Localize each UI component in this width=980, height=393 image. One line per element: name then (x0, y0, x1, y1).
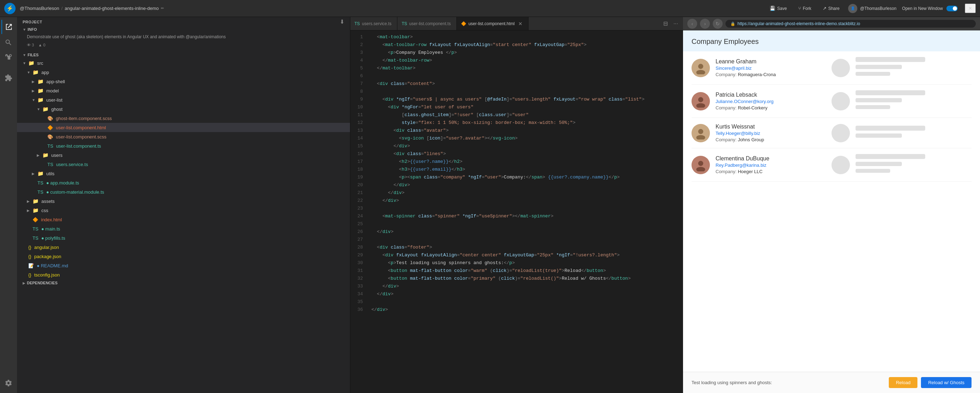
main-ts-label: ● main.ts (41, 226, 60, 232)
reload-ghosts-button[interactable]: Reload w/ Ghosts (921, 377, 972, 388)
info-header[interactable]: ▼ INFO (22, 27, 344, 32)
tree-app-shell[interactable]: ▶ 📁 app-shell (17, 77, 350, 86)
tree-css[interactable]: ▶ 📁 css (17, 206, 350, 215)
user-list: Leanne Graham Sincere@april.biz Company:… (683, 51, 980, 182)
refresh-button[interactable]: ↻ (713, 19, 722, 29)
tab-bar: TS users.service.ts TS user-list.compone… (350, 17, 683, 30)
user-email-0: Sincere@april.biz (716, 66, 832, 71)
tree-index-html[interactable]: ▶ 🔶 index.html (17, 215, 350, 224)
tree-src[interactable]: ▼ 📁 src (17, 58, 350, 68)
code-line-33: </div> (372, 283, 683, 290)
tree-app[interactable]: ▼ 📁 app (17, 68, 350, 77)
tree-ghost[interactable]: ▼ 📁 ghost (17, 104, 350, 113)
code-line-30: <p>Test loading using spinners and ghost… (372, 259, 683, 267)
ghost-lines-1 (856, 90, 972, 112)
tree-ghost-item-scss[interactable]: ▶ 🎨 ghost-item.component.scss (17, 113, 350, 123)
split-editor-button[interactable]: ⊟ (661, 19, 670, 28)
ts-icon: TS (32, 226, 38, 232)
close-button[interactable]: ✕ (965, 3, 976, 13)
tree-utils[interactable]: ▶ 📁 utils (17, 169, 350, 178)
code-line-16: <div class="lines"> (372, 150, 683, 158)
code-line-4: </mat-toolbar-row> (372, 57, 683, 64)
user-list-ts-label: user-list.component.ts (56, 144, 101, 149)
more-actions-button[interactable]: ··· (671, 20, 680, 28)
info-description: Demonstrate use of ghost (aka skeleton) … (27, 34, 344, 40)
code-line-29: <div fxLayout fxLayoutAlign="center cent… (372, 251, 683, 259)
arrow-icon: ▶ (32, 172, 36, 176)
tree-user-list-html[interactable]: ▶ 🔶 user-list.component.html (17, 123, 350, 132)
ghost-lines-2 (856, 126, 972, 141)
dependencies-section: ▶ DEPENDENCIES (17, 280, 350, 286)
html-icon: 🔶 (32, 217, 38, 222)
tab-users-service-label: users.service.ts (362, 21, 391, 26)
tree-model[interactable]: ▶ 📁 model (17, 86, 350, 95)
editor-area: TS users.service.ts TS user-list.compone… (350, 17, 683, 393)
folder-icon: 📁 (32, 69, 38, 75)
forward-button[interactable]: › (700, 19, 710, 29)
folder-icon: 📁 (32, 208, 38, 213)
search-icon-btn[interactable] (2, 35, 16, 50)
tree-user-list-ts[interactable]: ▶ TS user-list.component.ts (17, 141, 350, 150)
ghost-lines-3 (856, 154, 972, 176)
code-line-21: </div> (372, 189, 683, 197)
code-line-26: </div> (372, 228, 683, 236)
tree-polyfills[interactable]: ▶ TS ● polyfills.ts (17, 233, 350, 243)
readme-label: ● README.md (37, 263, 68, 268)
ghost-line-wide-3 (856, 154, 925, 159)
tab-close-icon[interactable]: ✕ (518, 21, 522, 27)
arrow-icon: ▼ (27, 70, 31, 74)
settings-icon-btn[interactable] (2, 376, 16, 390)
extensions-icon-btn[interactable] (2, 71, 16, 85)
share-button[interactable]: ↗ Share (820, 4, 843, 13)
user-name-1: Patricia Lebsack (716, 92, 832, 98)
user-item-0: Leanne Graham Sincere@april.biz Company:… (692, 51, 832, 85)
back-button[interactable]: ‹ (687, 19, 697, 29)
tab-user-list-html[interactable]: 🔶 user-list.component.html ✕ (457, 17, 528, 30)
folder-icon: 📁 (38, 88, 43, 93)
tab-user-list-ts[interactable]: TS user-list.component.ts (398, 17, 457, 30)
tree-user-list[interactable]: ▼ 📁 user-list (17, 95, 350, 104)
source-control-icon-btn[interactable] (2, 51, 16, 65)
edit-icon[interactable]: ✏ (161, 6, 164, 11)
code-line-10: <div *ngFor="let user of users" (372, 103, 683, 111)
open-new-window-section: Open in New Window (902, 6, 959, 11)
user-item-1: Patricia Lebsack Julianne.OConner@kory.o… (692, 85, 832, 118)
footer-actions: Reload Reload w/ Ghosts (889, 377, 972, 388)
fork-button[interactable]: ⑂ Fork (795, 4, 814, 13)
code-line-36: </div> (372, 306, 683, 314)
files-header[interactable]: ▼ FILES (17, 51, 350, 58)
folder-icon: 📁 (43, 106, 48, 112)
tree-readme[interactable]: ▶ 📝 ● README.md (17, 261, 350, 270)
tree-users-service[interactable]: ▶ TS users.service.ts (17, 160, 350, 169)
tree-users[interactable]: ▶ 📁 users (17, 150, 350, 160)
address-bar[interactable]: 🔒 https://angular-animated-ghost-element… (725, 20, 976, 28)
tree-user-list-scss[interactable]: ▶ 🎨 user-list.component.scss (17, 132, 350, 141)
dependencies-header[interactable]: ▶ DEPENDENCIES (22, 281, 344, 285)
code-editor[interactable]: 12345 678910 1112131415 1617181920 21222… (350, 30, 683, 393)
tree-tsconfig[interactable]: ▶ {} tsconfig.json (17, 270, 350, 280)
app-module-label: ● app.module.ts (46, 180, 79, 185)
tsconfig-label: tsconfig.json (34, 272, 60, 278)
tab-bar-actions: ⊟ ··· (658, 19, 683, 28)
tree-assets[interactable]: ▶ 📁 assets (17, 196, 350, 206)
reload-button[interactable]: Reload (889, 377, 918, 388)
tree-package-json[interactable]: ▶ {} package.json (17, 252, 350, 261)
save-button[interactable]: 💾 Save (767, 4, 789, 13)
preview-content: Company Employees Leanne Graham Sincere@… (683, 30, 980, 372)
code-line-25 (372, 220, 683, 228)
code-content[interactable]: <mat-toolbar> <mat-toolbar-row fxLayout … (368, 30, 683, 393)
tree-angular-json[interactable]: ▶ {} angular.json (17, 243, 350, 252)
preview-panel: ‹ › ↻ 🔒 https://angular-animated-ghost-e… (683, 17, 980, 393)
tab-users-service[interactable]: TS users.service.ts (350, 17, 398, 30)
code-line-12: style="flex: 1 1 50%; box-sizing: border… (372, 119, 683, 127)
new-window-toggle[interactable] (947, 6, 958, 11)
tree-custom-material[interactable]: ▶ TS ● custom-material.module.ts (17, 187, 350, 196)
download-icon[interactable]: ⬇ (340, 18, 344, 25)
lock-icon: 🔒 (730, 22, 735, 26)
ghost-line-wide-2 (856, 126, 925, 131)
tree-main-ts[interactable]: ▶ TS ● main.ts (17, 224, 350, 233)
user-info-3: Clementina DuBuque Rey.Padberg@karina.bi… (716, 155, 832, 174)
tree-app-module[interactable]: ▶ TS ● app.module.ts (17, 178, 350, 187)
arrow-icon: ▶ (37, 153, 41, 157)
explorer-icon-btn[interactable] (2, 20, 16, 34)
